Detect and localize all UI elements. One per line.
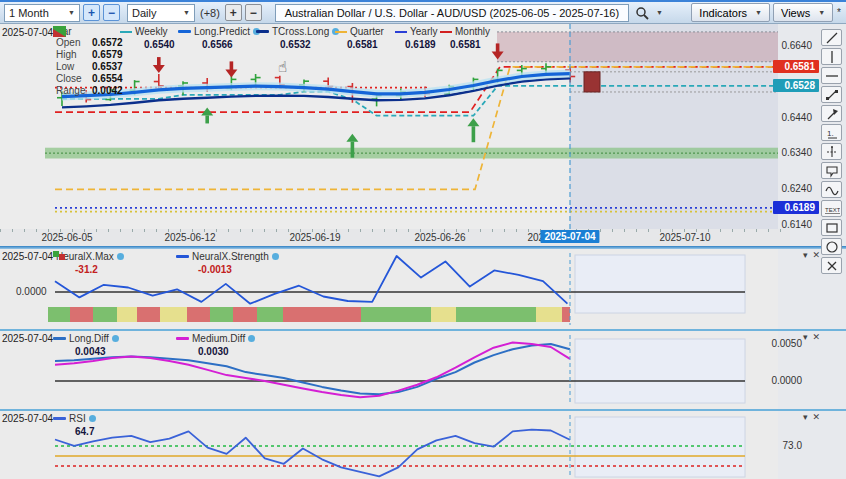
chevron-down-icon: ▼ bbox=[755, 9, 762, 16]
interval-decrease-button[interactable]: − bbox=[245, 4, 262, 21]
ohlc-readout: Open0.6572 High0.6579 Low0.6537 Close0.6… bbox=[56, 37, 123, 97]
panel-close-button[interactable]: ✕ bbox=[812, 250, 820, 260]
chevron-down-icon: ▼ bbox=[818, 9, 825, 16]
top-toolbar: 1 Month ▼ + − Daily ▼ (+8) + − Australia… bbox=[0, 2, 846, 24]
price-badge: 0.6581 bbox=[773, 60, 819, 73]
quarter-line-icon bbox=[335, 31, 347, 33]
price-axis-label: 0.6340 bbox=[768, 147, 812, 158]
panel-collapse-button[interactable]: ▾ bbox=[803, 250, 808, 260]
date-axis[interactable]: 2025-06-052025-06-122025-06-192025-06-26… bbox=[0, 229, 790, 246]
tcross-long-line-icon bbox=[256, 30, 269, 33]
info-icon[interactable] bbox=[117, 253, 124, 260]
medium-diff-line-icon bbox=[176, 337, 189, 340]
legend-item-long-predict[interactable]: Long.Predict 0.6566 bbox=[178, 26, 260, 50]
legend-item-rsi[interactable]: RSI 64.7 bbox=[53, 413, 96, 437]
delete-drawing-tool[interactable] bbox=[821, 257, 842, 274]
chevron-down-icon: ▼ bbox=[68, 9, 75, 16]
legend-item-neuralx-max[interactable]: NeuralX.Max -31.2 bbox=[53, 251, 124, 275]
selected-date-badge: 2025-07-04 bbox=[540, 230, 599, 243]
rectangle-tool[interactable] bbox=[821, 219, 842, 236]
views-button[interactable]: Views ▼ bbox=[773, 3, 833, 22]
date-axis-label: 2025-06-05 bbox=[41, 232, 92, 243]
search-dropdown-caret[interactable]: ▼ bbox=[656, 9, 663, 16]
rsi-chart-canvas[interactable] bbox=[0, 411, 790, 479]
legend-item-tcross-long[interactable]: TCross.Long 0.6532 bbox=[256, 26, 339, 50]
ellipse-tool[interactable] bbox=[821, 238, 842, 255]
horizontal-line-tool[interactable] bbox=[821, 67, 842, 84]
price-axis-label: 0.6440 bbox=[768, 112, 812, 123]
symbol-search-input[interactable]: Australian Dollar / U.S. Dollar - AUD/US… bbox=[275, 4, 629, 22]
rsi-line-icon bbox=[53, 417, 66, 420]
panel-date: 2025-07-04 bbox=[2, 251, 53, 262]
panel-date: 2025-07-04 bbox=[2, 413, 53, 424]
trendline-tool[interactable] bbox=[821, 29, 842, 46]
panel-collapse-button[interactable]: ▾ bbox=[803, 332, 808, 342]
range-select[interactable]: 1 Month ▼ bbox=[4, 4, 80, 22]
panel-close-button[interactable]: ✕ bbox=[812, 412, 820, 422]
svg-text:1.: 1. bbox=[827, 129, 834, 138]
callout-tool[interactable] bbox=[821, 162, 842, 179]
range-decrease-button[interactable]: − bbox=[103, 4, 120, 21]
zero-axis-label: 0.0000 bbox=[16, 286, 47, 297]
price-badge: 0.6189 bbox=[773, 201, 819, 214]
range-select-value: 1 Month bbox=[9, 7, 49, 19]
neuralx-panel: 2025-07-04 NeuralX.Max -31.2 NeuralX.Str… bbox=[0, 249, 846, 329]
yearly-line-icon bbox=[395, 31, 407, 33]
app-window: 1 Month ▼ + − Daily ▼ (+8) + − Australia… bbox=[0, 0, 846, 479]
corner-star-label: * bbox=[837, 7, 841, 18]
legend-item-monthly[interactable]: Monthly 0.6581 bbox=[440, 26, 490, 50]
legend-item-bar[interactable]: Bar bbox=[53, 26, 72, 37]
legend-item-medium-diff[interactable]: Medium.Diff 0.0030 bbox=[176, 333, 255, 357]
diff-panel: 2025-07-04 Long.Diff 0.0043 Medium.Diff … bbox=[0, 331, 846, 409]
search-icon[interactable] bbox=[635, 6, 649, 20]
fibonacci-tool[interactable]: 1. bbox=[821, 124, 842, 141]
legend-item-long-diff[interactable]: Long.Diff 0.0043 bbox=[53, 333, 119, 357]
main-chart-panel: 2025-07-04 Bar Open0.6572 High0.6579 Low… bbox=[0, 24, 846, 246]
date-axis-label: 2025-07-10 bbox=[659, 232, 710, 243]
arrow-marker-tool[interactable] bbox=[821, 105, 842, 122]
panel-close-button[interactable]: ✕ bbox=[812, 332, 820, 342]
legend-item-weekly[interactable]: Weekly 0.6540 bbox=[120, 26, 175, 50]
legend-item-quarter[interactable]: Quarter 0.6581 bbox=[335, 26, 384, 50]
price-badge: 0.6528 bbox=[773, 79, 819, 92]
date-axis-label: 2025-06-26 bbox=[414, 232, 465, 243]
overlay-count-label: (+8) bbox=[200, 7, 220, 19]
long-diff-line-icon bbox=[53, 337, 66, 340]
info-icon[interactable] bbox=[112, 335, 119, 342]
text-tool[interactable]: TEXT bbox=[821, 200, 842, 217]
main-panel-date: 2025-07-04 bbox=[2, 27, 53, 38]
crosshair-measure-tool[interactable] bbox=[821, 143, 842, 160]
vertical-line-tool[interactable] bbox=[821, 48, 842, 65]
range-increase-button[interactable]: + bbox=[83, 4, 100, 21]
interval-increase-button[interactable]: + bbox=[225, 4, 242, 21]
price-axis-label: 0.6240 bbox=[768, 183, 812, 194]
svg-text:TEXT: TEXT bbox=[825, 207, 840, 213]
legend-item-yearly[interactable]: Yearly 0.6189 bbox=[395, 26, 437, 50]
date-axis-label: 2025-06-19 bbox=[289, 232, 340, 243]
panel-collapse-button[interactable]: ▾ bbox=[803, 412, 808, 422]
neuralx-strength-line-icon bbox=[176, 255, 189, 258]
price-axis-label: 0.6640 bbox=[768, 40, 812, 51]
overbought-axis-label: 73.0 bbox=[758, 440, 802, 451]
price-axis-label: 0.6140 bbox=[768, 219, 812, 230]
upper-axis-label: 0.0050 bbox=[758, 338, 802, 349]
interval-select-value: Daily bbox=[132, 7, 156, 19]
interval-select[interactable]: Daily ▼ bbox=[127, 4, 195, 22]
info-icon[interactable] bbox=[272, 253, 279, 260]
weekly-line-icon bbox=[120, 31, 132, 33]
date-axis-label: 2025-06-12 bbox=[164, 232, 215, 243]
rsi-panel: 2025-07-04 RSI 64.7 73.0 ▾✕ bbox=[0, 411, 846, 479]
indicators-button[interactable]: Indicators ▼ bbox=[691, 3, 770, 22]
zero-axis-label: 0.0000 bbox=[758, 375, 802, 386]
info-icon[interactable] bbox=[248, 335, 255, 342]
ray-segment-tool[interactable] bbox=[821, 86, 842, 103]
monthly-line-icon bbox=[440, 31, 452, 33]
info-icon[interactable] bbox=[89, 415, 96, 422]
drawing-toolbar: 1. TEXT bbox=[821, 29, 844, 274]
wave-tool[interactable] bbox=[821, 181, 842, 198]
long-predict-line-icon bbox=[178, 30, 191, 33]
legend-item-neuralx-strength[interactable]: NeuralX.Strength -0.0013 bbox=[176, 251, 279, 275]
panel-date: 2025-07-04 bbox=[2, 333, 53, 344]
cursor-hand-icon: ☝ bbox=[278, 58, 287, 76]
chevron-down-icon: ▼ bbox=[183, 9, 190, 16]
